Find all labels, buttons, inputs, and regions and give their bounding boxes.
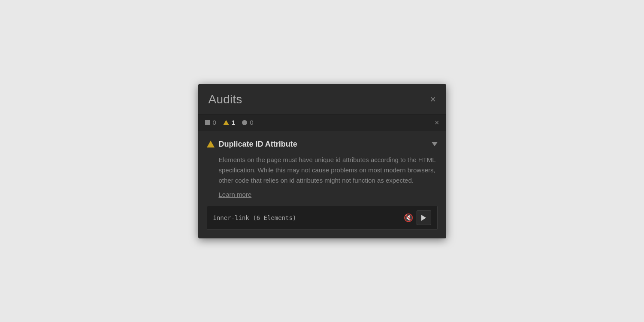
element-row: inner-link (6 Elements) 🔇 (207, 206, 438, 230)
info-icon (242, 120, 247, 125)
panel-header: Audits × (198, 84, 446, 114)
info-filter[interactable]: 0 (242, 119, 253, 126)
clear-filter-button[interactable]: × (435, 119, 439, 126)
audit-title-row: Duplicate ID Attribute (207, 140, 297, 149)
filter-bar: 0 1 0 × (198, 114, 446, 131)
audit-item-header: Duplicate ID Attribute (207, 140, 438, 149)
panel-content: Duplicate ID Attribute Elements on the p… (198, 131, 446, 238)
element-label: inner-link (6 Elements) (213, 214, 296, 221)
audit-warning-icon (207, 141, 215, 147)
navigate-button[interactable] (417, 211, 431, 225)
audit-item: Duplicate ID Attribute Elements on the p… (207, 140, 438, 230)
error-count: 0 (213, 119, 216, 126)
close-button[interactable]: × (430, 95, 436, 104)
learn-more-link[interactable]: Learn more (207, 191, 438, 198)
element-actions: 🔇 (404, 211, 431, 225)
warning-icon (223, 120, 229, 125)
error-filter[interactable]: 0 (205, 119, 216, 126)
audit-description: Elements on the page must have unique id… (207, 155, 438, 186)
arrow-right-icon (421, 215, 426, 221)
collapse-button[interactable] (432, 142, 438, 146)
audit-title: Duplicate ID Attribute (219, 140, 297, 149)
audits-panel: Audits × 0 1 0 × Duplicate (198, 84, 446, 238)
chevron-down-icon (432, 142, 438, 146)
warning-filter[interactable]: 1 (223, 119, 235, 126)
mute-icon[interactable]: 🔇 (404, 213, 413, 223)
warning-count: 1 (232, 119, 235, 126)
error-icon (205, 120, 210, 125)
filter-items: 0 1 0 (205, 119, 254, 126)
info-count: 0 (250, 119, 253, 126)
panel-title: Audits (209, 93, 242, 106)
